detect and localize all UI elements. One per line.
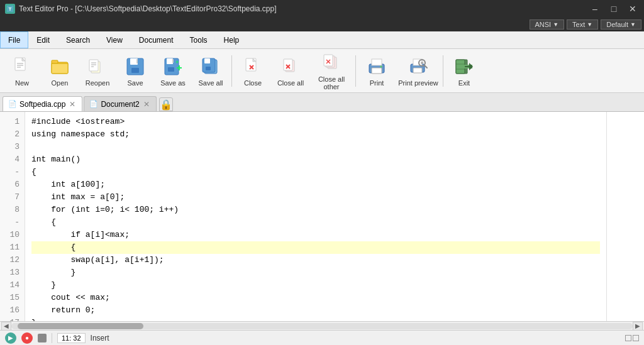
print-icon [367, 57, 387, 77]
status-position-box: 11: 32 [57, 333, 86, 343]
menu-edit[interactable]: Edit [28, 31, 58, 48]
code-line: { [31, 216, 600, 229]
status-mode: Insert [91, 334, 109, 342]
text-button[interactable]: Text ▼ [567, 19, 598, 30]
menu-bar: File Edit Search View Document Tools Hel… [0, 31, 644, 49]
code-line: swap(a[i], a[i+1]); [31, 254, 600, 266]
code-line: using namespace std; [31, 128, 600, 141]
svg-text:+: + [175, 59, 179, 65]
minimap [606, 112, 644, 321]
close-window-button[interactable]: ✕ [624, 2, 641, 16]
menu-document[interactable]: Document [131, 31, 182, 48]
default-button[interactable]: Default ▼ [601, 19, 641, 30]
code-line: } [31, 317, 600, 321]
default-dropdown-icon: ▼ [630, 21, 636, 28]
svg-rect-20 [168, 67, 174, 72]
toolbar-close-button[interactable]: Close [235, 52, 271, 90]
code-line: for (int i=0; i< 100; i++) [31, 204, 600, 216]
text-dropdown-icon: ▼ [587, 21, 592, 28]
ansi-button[interactable]: ANSI ▼ [530, 19, 565, 30]
save-icon [125, 57, 145, 77]
stop-button[interactable] [38, 334, 47, 342]
tab-label-softpedia: Softpedia.cpp [19, 100, 65, 109]
scrollbar-track[interactable] [11, 323, 633, 329]
toolbar-open-label: Open [52, 79, 69, 87]
menu-view[interactable]: View [98, 31, 131, 48]
toolbar-divider-1 [231, 55, 232, 87]
toolbar-print-button[interactable]: Print [358, 52, 395, 90]
record-button[interactable]: ● [21, 332, 33, 344]
menu-file[interactable]: File [0, 31, 28, 48]
maximize-button[interactable]: □ [605, 2, 623, 16]
tab-close-softpedia[interactable]: ✕ [68, 100, 77, 109]
code-line: } [31, 279, 600, 292]
toolbar-reopen-button[interactable]: Reopen [79, 52, 116, 90]
svg-rect-10 [89, 60, 98, 71]
svg-rect-43 [372, 59, 382, 65]
toolbar-closeother-label: Close all other [312, 75, 351, 90]
code-line: int max = a[0]; [31, 191, 600, 204]
toolbar-saveall-button[interactable]: Save all [192, 52, 229, 90]
window-title: Text Editor Pro - [C:\Users\Softpedia\De… [19, 4, 277, 13]
status-divider [52, 333, 52, 343]
toolbar-saveall-label: Save all [198, 79, 223, 87]
tabs-bar: 📄 Softpedia.cpp ✕ 📄 Document2 ✕ 🔒 [0, 93, 644, 112]
printpreview-icon [408, 57, 428, 77]
svg-rect-42 [372, 68, 382, 74]
horizontal-scrollbar[interactable]: ◀ ▶ [0, 321, 644, 330]
reopen-icon [87, 57, 108, 77]
scrollbar-right-arrow[interactable]: ▶ [633, 322, 643, 331]
menu-tools[interactable]: Tools [182, 31, 216, 48]
svg-rect-38 [324, 55, 333, 66]
close-file-icon [243, 57, 263, 77]
toolbar: New Open Reopen [0, 49, 644, 93]
toolbar-save-button[interactable]: Save [117, 52, 153, 90]
exit-icon [454, 57, 474, 77]
toolbar-divider-3 [443, 55, 443, 87]
svg-line-50 [425, 65, 427, 68]
svg-text:T: T [9, 6, 12, 12]
code-line: int a[100]; [31, 178, 600, 191]
svg-rect-21 [172, 59, 174, 63]
minimize-button[interactable]: – [586, 2, 604, 16]
toolbar-exit-button[interactable]: Exit [446, 52, 482, 90]
svg-rect-33 [284, 59, 292, 70]
svg-rect-19 [167, 58, 173, 64]
svg-point-49 [421, 62, 423, 64]
svg-rect-7 [52, 60, 58, 63]
toolbar-new-button[interactable]: New [4, 52, 40, 90]
toolbar-printpreview-button[interactable]: Print preview [396, 52, 440, 90]
tab-close-document2[interactable]: ✕ [142, 100, 151, 109]
menu-help[interactable]: Help [216, 31, 248, 48]
status-indicator [625, 335, 631, 341]
toolbar-closeother-button[interactable]: Close all other [310, 52, 353, 90]
toolbar-saveas-button[interactable]: + Save as [155, 52, 191, 90]
saveas-icon: + [163, 57, 183, 77]
tab-file-icon-softpedia: 📄 [8, 100, 17, 108]
open-folder-icon [50, 57, 70, 77]
closeother-icon [321, 53, 341, 73]
status-position: 11: 32 [62, 334, 81, 342]
toolbar-open-button[interactable]: Open [42, 52, 78, 90]
code-editor[interactable]: #include <iostream>using namespace std; … [25, 112, 606, 321]
app-icon: T [5, 4, 15, 14]
tab-softpedia[interactable]: 📄 Softpedia.cpp ✕ [3, 96, 82, 111]
scrollbar-left-arrow[interactable]: ◀ [1, 322, 11, 331]
code-line: #include <iostream> [31, 116, 600, 128]
menu-search[interactable]: Search [58, 31, 98, 48]
closeall-icon [280, 57, 301, 77]
toolbar-printpreview-label: Print preview [398, 79, 438, 87]
code-line [31, 141, 600, 153]
toolbar-reopen-label: Reopen [86, 79, 110, 87]
status-bar: ▶ ● 11: 32 Insert [0, 330, 644, 345]
new-tab-button[interactable]: 🔒 [159, 97, 173, 111]
status-indicator2 [633, 335, 639, 341]
toolbar-closeall-button[interactable]: Close all [272, 52, 309, 90]
play-button[interactable]: ▶ [5, 332, 16, 344]
scrollbar-thumb[interactable] [18, 323, 143, 329]
toolbar-print-label: Print [370, 79, 384, 87]
line-numbers: 1234-678-1011121314151617 [0, 112, 25, 321]
toolbar-close-label: Close [244, 79, 262, 87]
svg-rect-52 [456, 60, 465, 74]
tab-document2[interactable]: 📄 Document2 ✕ [84, 96, 156, 111]
